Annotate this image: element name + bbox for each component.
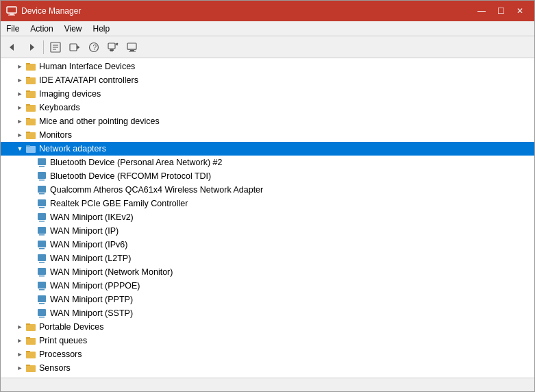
label-wan-netmon: WAN Miniport (Network Monitor) (50, 267, 173, 277)
menu-view[interactable]: View (59, 23, 88, 35)
tree-item-keyboards[interactable]: ► Keyboards (1, 101, 534, 114)
status-bar (1, 378, 534, 391)
tree-item-wan-netmon[interactable]: WAN Miniport (Network Monitor) (1, 265, 534, 279)
tree-item-print-queues[interactable]: ► Print queues (1, 334, 534, 347)
close-button[interactable]: ✕ (511, 4, 529, 18)
menu-action[interactable]: Action (25, 23, 58, 35)
label-realtek: Realtek PCIe GBE Family Controller (50, 199, 188, 208)
tree-item-imaging[interactable]: ► Imaging devices (1, 87, 534, 101)
device-icon-realtek (36, 198, 47, 209)
svg-rect-23 (26, 64, 36, 71)
tree-item-monitors[interactable]: ► Monitors (1, 128, 534, 142)
expander-processors[interactable]: ► (14, 349, 25, 360)
device-manager-window: Device Manager — ☐ ✕ File Action View He… (0, 0, 535, 392)
tree-item-qualcomm[interactable]: Qualcomm Atheros QCA61x4 Wireless Networ… (1, 183, 534, 197)
tree-item-wan-ip[interactable]: WAN Miniport (IP) (1, 224, 534, 238)
update-driver-button[interactable] (66, 38, 84, 56)
svg-rect-0 (7, 7, 16, 13)
tree-item-wan-pptp[interactable]: WAN Miniport (PPTP) (1, 293, 534, 306)
window-controls: — ☐ ✕ (473, 4, 529, 18)
tree-item-wan-ipv6[interactable]: WAN Miniport (IPv6) (1, 238, 534, 252)
device-icon-bt2 (36, 171, 47, 182)
label-bt1: Bluetooth Device (Personal Area Network)… (50, 158, 223, 167)
properties-button[interactable] (47, 38, 64, 56)
label-ide-atapi: IDE ATA/ATAPI controllers (39, 75, 138, 85)
label-wan-ikev2: WAN Miniport (IKEv2) (50, 212, 134, 222)
svg-rect-60 (39, 317, 45, 318)
expander-network-adapters[interactable]: ▼ (14, 143, 25, 154)
device-icon-wan-pptp (36, 294, 47, 305)
expander-realtek (25, 198, 36, 209)
svg-rect-31 (26, 119, 36, 125)
expander-ide-atapi[interactable]: ► (14, 75, 25, 86)
minimize-button[interactable]: — (473, 4, 490, 18)
svg-rect-33 (26, 132, 36, 139)
device-view-icon (127, 42, 138, 53)
title-bar: Device Manager — ☐ ✕ (1, 1, 534, 21)
svg-rect-9 (70, 44, 77, 51)
label-qualcomm: Qualcomm Atheros QCA61x4 Wireless Networ… (50, 185, 263, 195)
forward-button[interactable] (23, 38, 40, 56)
expander-monitors[interactable]: ► (14, 130, 25, 140)
svg-rect-58 (39, 303, 45, 304)
svg-rect-68 (26, 365, 30, 366)
device-view-button[interactable] (123, 38, 141, 56)
tree-item-bt1[interactable]: Bluetooth Device (Personal Area Network)… (1, 156, 534, 169)
expander-mice[interactable]: ► (14, 116, 25, 127)
folder-icon-mice (25, 116, 36, 127)
folder-icon-monitors (25, 130, 36, 140)
folder-icon-print-queues (25, 335, 36, 346)
tree-item-realtek[interactable]: Realtek PCIe GBE Family Controller (1, 197, 534, 210)
tree-item-processors[interactable]: ► Processors (1, 347, 534, 361)
tree-item-portable[interactable]: ► Portable Devices (1, 320, 534, 334)
label-wan-pptp: WAN Miniport (PPTP) (50, 295, 133, 304)
tree-item-mice[interactable]: ► Mice and other pointing devices (1, 114, 534, 128)
svg-rect-14 (108, 43, 115, 49)
maximize-button[interactable]: ☐ (492, 4, 510, 18)
tree-item-wan-l2tp[interactable]: WAN Miniport (L2TP) (1, 252, 534, 265)
svg-rect-55 (38, 282, 46, 289)
device-tree[interactable]: ► Human Interface Devices ► IDE ATA/ATAP… (1, 58, 534, 378)
scan-hardware-button[interactable] (104, 38, 122, 56)
svg-rect-45 (38, 213, 46, 220)
svg-rect-41 (38, 186, 46, 193)
label-imaging: Imaging devices (39, 89, 101, 99)
help-icon: ? (88, 42, 99, 53)
expander-sensors[interactable]: ► (14, 363, 25, 373)
tree-item-bt2[interactable]: Bluetooth Device (RFCOMM Protocol TDI) (1, 169, 534, 183)
tree-item-wan-ikev2[interactable]: WAN Miniport (IKEv2) (1, 210, 534, 224)
svg-rect-43 (38, 199, 46, 206)
expander-bt2 (25, 171, 36, 182)
label-wan-ipv6: WAN Miniport (IPv6) (50, 240, 127, 249)
tree-item-wan-sstp[interactable]: WAN Miniport (SSTP) (1, 306, 534, 320)
tree-item-human-interface[interactable]: ► Human Interface Devices (1, 60, 534, 73)
device-icon-qualcomm (36, 184, 47, 195)
expander-print-queues[interactable]: ► (14, 335, 25, 346)
svg-rect-65 (26, 352, 36, 358)
device-icon-bt1 (36, 157, 47, 168)
tree-item-network-adapters[interactable]: ▼ Network adapters (1, 142, 534, 156)
tree-item-wan-pppoe[interactable]: WAN Miniport (PPPOE) (1, 279, 534, 293)
tree-item-ide-atapi[interactable]: ► IDE ATA/ATAPI controllers (1, 73, 534, 87)
svg-rect-49 (38, 241, 46, 247)
svg-rect-46 (39, 221, 45, 222)
label-keyboards: Keyboards (39, 103, 80, 112)
expander-wan-pppoe (25, 280, 36, 291)
menu-file[interactable]: File (1, 23, 25, 35)
help-button[interactable]: ? (85, 38, 103, 56)
svg-rect-38 (39, 166, 45, 167)
forward-icon (27, 42, 36, 52)
expander-imaging[interactable]: ► (14, 88, 25, 99)
svg-rect-26 (26, 77, 30, 78)
menu-help[interactable]: Help (88, 23, 116, 35)
expander-keyboards[interactable]: ► (14, 102, 25, 113)
expander-portable[interactable]: ► (14, 321, 25, 332)
label-bt2: Bluetooth Device (RFCOMM Protocol TDI) (50, 171, 211, 181)
app-icon (6, 5, 17, 16)
svg-rect-24 (26, 63, 30, 64)
folder-icon-portable (25, 321, 36, 332)
tree-item-sensors[interactable]: ► Sensors (1, 361, 534, 375)
back-button[interactable] (3, 38, 21, 56)
expander-human-interface[interactable]: ► (14, 61, 25, 72)
folder-icon-ide-atapi (25, 75, 36, 86)
